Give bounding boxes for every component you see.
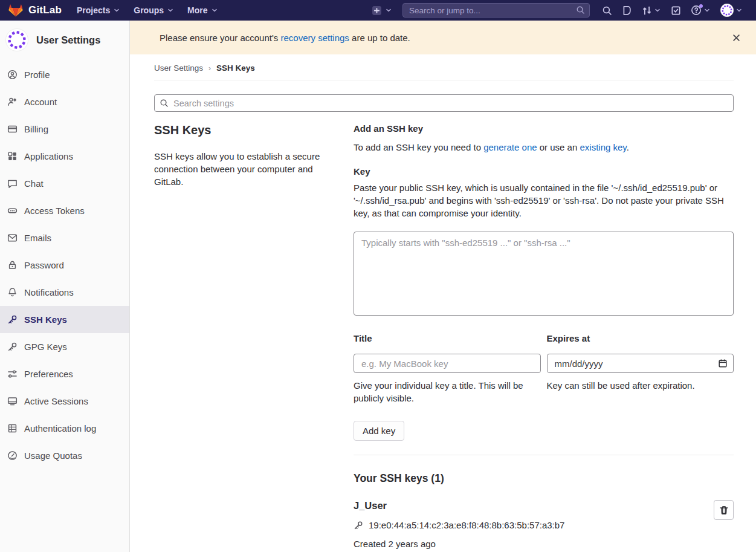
search-icon [160, 99, 169, 108]
sidebar-item-label: Authentication log [24, 423, 96, 433]
navbar-menus: Projects Groups More [70, 0, 224, 21]
delete-key-button[interactable] [714, 500, 734, 520]
password-icon [7, 260, 18, 270]
navbar-menu[interactable]: Projects [70, 0, 127, 21]
chevron-down-icon [385, 7, 392, 14]
ssh-key-created: Created 2 years ago [354, 539, 697, 549]
navbar-icon-button[interactable] [637, 0, 666, 21]
expires-input[interactable] [547, 354, 734, 373]
access-tokens-icon [7, 206, 18, 216]
sidebar-title[interactable]: User Settings [36, 34, 100, 46]
title-field: Title Give your individual key a title. … [354, 333, 541, 404]
avatar-identicon [720, 4, 734, 17]
add-key-button[interactable]: Add key [354, 421, 404, 441]
title-help-text: Give your individual key a title. This w… [354, 379, 541, 404]
navbar-icon-button[interactable] [666, 0, 686, 21]
ssh-keys-icon [7, 314, 18, 325]
page-layout: User Settings Profile Account Billing [0, 0, 756, 552]
navbar-icon-button[interactable] [617, 0, 637, 21]
navbar-menu[interactable]: Groups [127, 0, 181, 21]
sidebar-item-label: Account [24, 97, 57, 107]
chat-icon [7, 178, 18, 189]
new-menu-button[interactable] [366, 5, 398, 16]
notification-dot [699, 4, 703, 8]
alert-dismiss-button[interactable] [729, 30, 744, 45]
close-icon [732, 34, 740, 42]
sidebar-item-label: GPG Keys [24, 342, 67, 352]
navbar-menu[interactable]: More [181, 0, 224, 21]
todos-icon [671, 5, 681, 16]
chevron-right-icon: › [208, 64, 211, 73]
top-navbar: GitLab Projects Groups More [0, 0, 756, 21]
usage-quotas-icon [7, 450, 18, 461]
page-title: SSH Keys [154, 123, 354, 137]
navbar-icon-button[interactable] [597, 0, 617, 21]
account-icon [7, 97, 18, 107]
sidebar-item[interactable]: Billing [0, 115, 129, 143]
sidebar-item-label: Active Sessions [24, 396, 88, 406]
title-label: Title [354, 333, 541, 343]
sidebar-item[interactable]: Password [0, 252, 129, 279]
expires-label: Expires at [547, 333, 734, 343]
breadcrumb-user-settings[interactable]: User Settings [154, 63, 203, 73]
chevron-down-icon [703, 7, 711, 14]
sidebar-item[interactable]: GPG Keys [0, 333, 129, 360]
preferences-icon [7, 369, 18, 379]
recovery-settings-link[interactable]: recovery settings [280, 33, 349, 43]
title-input[interactable] [354, 354, 541, 373]
applications-icon [7, 151, 18, 161]
settings-search [154, 94, 734, 112]
sidebar-item-label: Access Tokens [24, 206, 85, 216]
chevron-down-icon [113, 7, 120, 14]
expires-field: Expires at Key can still be used after e… [547, 333, 734, 404]
settings-search-input[interactable] [154, 94, 734, 112]
profile-icon [7, 70, 18, 80]
sidebar-item[interactable]: Account [0, 88, 129, 115]
page-description: SSH keys allow you to establish a secure… [154, 150, 326, 188]
existing-key-link[interactable]: existing key [580, 142, 626, 152]
your-ssh-keys-heading: Your SSH keys (1) [354, 472, 734, 485]
sidebar-item-label: SSH Keys [24, 314, 67, 325]
sidebar-item-label: Applications [24, 151, 73, 161]
ssh-key-fingerprint: 19:e0:44:a5:14:c2:3a:e8:f8:48:8b:63:5b:5… [369, 520, 564, 530]
settings-sidebar: User Settings Profile Account Billing [0, 21, 130, 552]
chevron-down-icon [167, 7, 174, 14]
sidebar-item[interactable]: Access Tokens [0, 197, 129, 224]
sidebar-item-label: Emails [24, 233, 51, 243]
key-label: Key [354, 166, 734, 177]
search-icon [602, 5, 612, 16]
gitlab-home-link[interactable]: GitLab [6, 4, 70, 18]
sidebar-item[interactable]: Active Sessions [0, 388, 129, 415]
global-search [402, 3, 590, 18]
section-form: Add an SSH key To add an SSH key you nee… [354, 123, 734, 552]
ssh-key-fingerprint-row: 19:e0:44:a5:14:c2:3a:e8:f8:48:8b:63:5b:5… [354, 520, 697, 530]
calendar-icon[interactable] [718, 359, 728, 368]
search-icon [576, 5, 585, 15]
sidebar-item[interactable]: SSH Keys [0, 306, 129, 333]
ssh-key-item: J_User 19:e0:44:a5:14:c2:3a:e8:f8:48:8b:… [354, 500, 734, 552]
sidebar-item[interactable]: Notifications [0, 279, 129, 306]
chevron-down-icon [654, 7, 661, 14]
notifications-icon [7, 287, 18, 297]
sidebar-item[interactable]: Chat [0, 170, 129, 197]
sidebar-item[interactable]: Authentication log [0, 415, 129, 442]
plus-icon [372, 5, 382, 16]
sidebar-item[interactable]: Emails [0, 224, 129, 252]
sidebar-item-label: Preferences [24, 369, 73, 379]
title-expires-row: Title Give your individual key a title. … [354, 333, 734, 404]
global-search-input[interactable] [402, 3, 590, 18]
navbar-icon-button[interactable] [716, 0, 748, 21]
generate-one-link[interactable]: generate one [483, 142, 537, 152]
ssh-key-textarea[interactable] [354, 232, 734, 316]
section-info: SSH Keys SSH keys allow you to establish… [154, 123, 354, 552]
navbar-icon-button[interactable] [686, 0, 716, 21]
sidebar-item[interactable]: Usage Quotas [0, 442, 129, 469]
sidebar-item[interactable]: Profile [0, 61, 129, 88]
emails-icon [7, 233, 18, 243]
gitlab-logo-text: GitLab [28, 4, 62, 16]
main-area: Please ensure your account's recovery se… [130, 21, 756, 552]
issues-icon [622, 5, 632, 16]
sidebar-item[interactable]: Applications [0, 143, 129, 170]
sidebar-item[interactable]: Preferences [0, 360, 129, 388]
chevron-down-icon [211, 7, 218, 14]
